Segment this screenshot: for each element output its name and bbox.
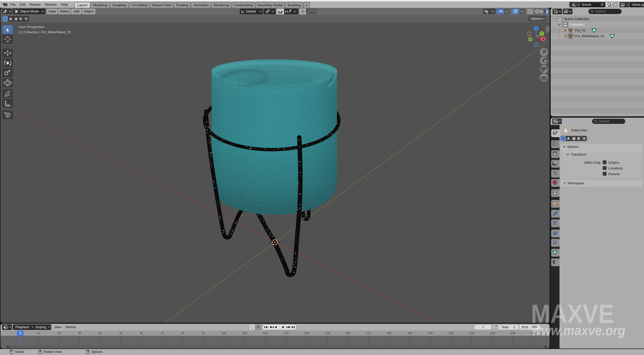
svg-text:Y: Y xyxy=(541,32,543,35)
svg-text:X: X xyxy=(542,37,544,41)
svg-text:Z: Z xyxy=(535,27,537,30)
